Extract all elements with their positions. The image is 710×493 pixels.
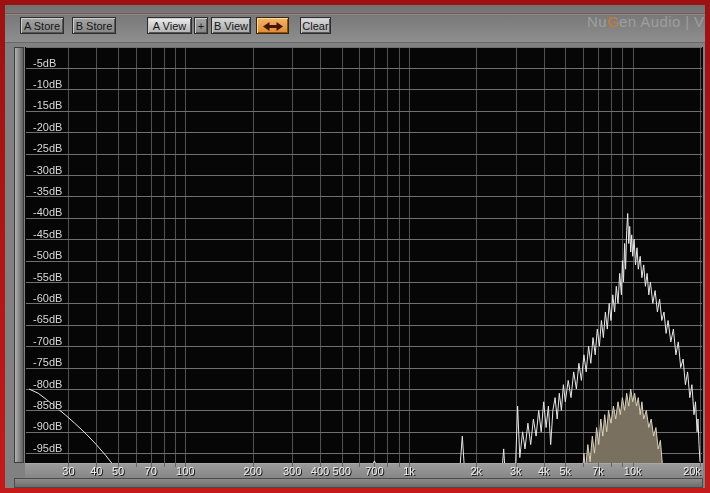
b-store-button[interactable]: B Store (72, 17, 116, 34)
left-right-arrows-icon (263, 22, 283, 31)
spectrum-display[interactable] (25, 47, 703, 463)
brand-logo: NuGen Audio | V (587, 13, 705, 30)
horizontal-scrollbar[interactable] (14, 478, 703, 488)
brand-text-accent: G (607, 13, 619, 30)
plugin-window: A Store B Store A View + B View Clear Nu… (0, 0, 710, 493)
ab-swap-button[interactable] (256, 17, 289, 34)
vertical-zoom-slider[interactable] (14, 47, 24, 463)
brand-text-pre: Nu (587, 13, 607, 30)
a-store-button[interactable]: A Store (20, 17, 64, 34)
brand-text-post: en Audio | V (619, 13, 704, 30)
plugin-content: A Store B Store A View + B View Clear Nu… (5, 5, 705, 488)
a-view-button[interactable]: A View (147, 17, 192, 34)
frequency-axis-strip (25, 463, 703, 478)
link-plus-button[interactable]: + (194, 17, 208, 34)
b-view-button[interactable]: B View (211, 17, 251, 34)
clear-button[interactable]: Clear (300, 17, 331, 34)
toolbar: A Store B Store A View + B View Clear Nu… (5, 5, 705, 43)
